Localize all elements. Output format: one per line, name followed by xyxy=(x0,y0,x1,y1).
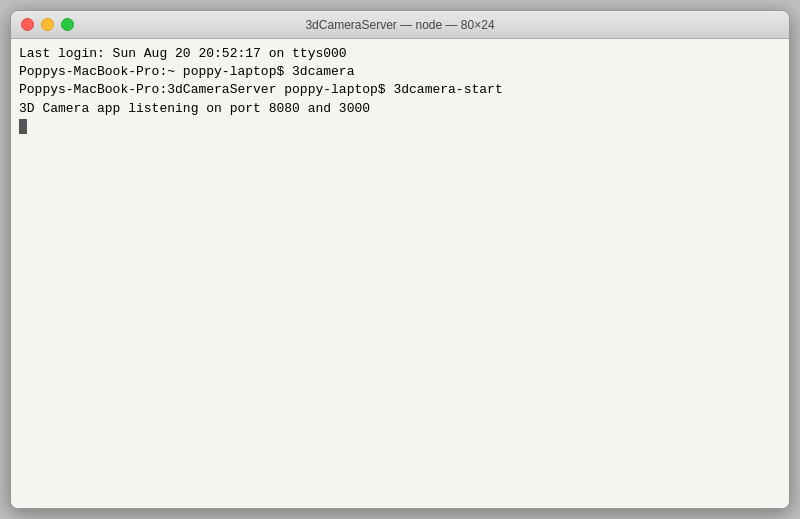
terminal-line: 3D Camera app listening on port 8080 and… xyxy=(19,100,781,118)
terminal-cursor-line xyxy=(19,118,781,136)
terminal-window: 3dCameraServer — node — 80×24 Last login… xyxy=(10,10,790,509)
minimize-button[interactable] xyxy=(41,18,54,31)
terminal-body[interactable]: Last login: Sun Aug 20 20:52:17 on ttys0… xyxy=(11,39,789,508)
terminal-line: Poppys-MacBook-Pro:~ poppy-laptop$ 3dcam… xyxy=(19,63,781,81)
close-button[interactable] xyxy=(21,18,34,31)
cursor xyxy=(19,119,27,134)
window-title: 3dCameraServer — node — 80×24 xyxy=(305,18,494,32)
title-bar: 3dCameraServer — node — 80×24 xyxy=(11,11,789,39)
traffic-lights xyxy=(21,18,74,31)
terminal-line: Last login: Sun Aug 20 20:52:17 on ttys0… xyxy=(19,45,781,63)
terminal-line: Poppys-MacBook-Pro:3dCameraServer poppy-… xyxy=(19,81,781,99)
maximize-button[interactable] xyxy=(61,18,74,31)
